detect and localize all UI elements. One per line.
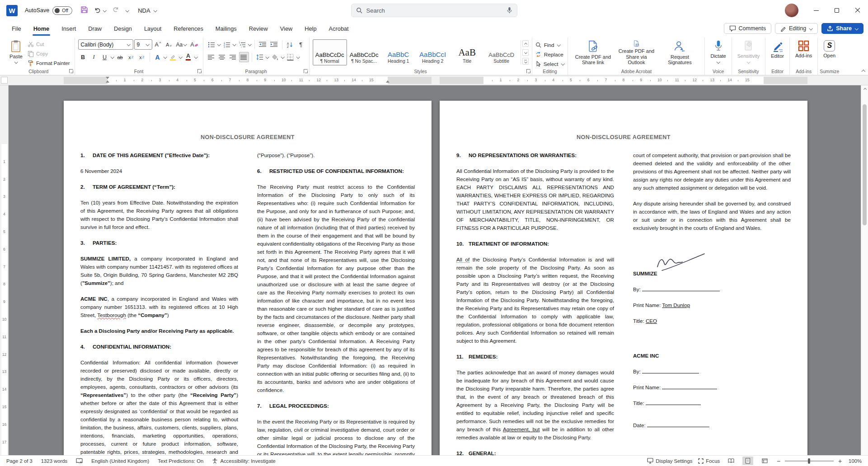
style-title[interactable]: AaBTitle xyxy=(450,39,484,65)
cut-button[interactable]: Cut xyxy=(26,40,71,49)
change-case-button[interactable]: Aa xyxy=(175,39,188,50)
document-title[interactable]: NDA xyxy=(138,7,157,14)
zoom-level[interactable]: 100% xyxy=(849,458,862,464)
document-page-2[interactable]: NON-DISCLOSURE AGREEMENT9.NO REPRESENTAT… xyxy=(440,101,807,455)
font-color-dropdown-icon[interactable] xyxy=(194,56,198,59)
copy-button[interactable]: Copy xyxy=(26,49,71,58)
tab-view[interactable]: View xyxy=(275,22,298,36)
text-effects-dropdown-icon[interactable] xyxy=(164,56,167,59)
find-button[interactable]: Find xyxy=(535,41,565,49)
right-indent-marker[interactable] xyxy=(386,80,389,83)
user-avatar[interactable] xyxy=(785,4,798,17)
underline-dropdown-icon[interactable] xyxy=(111,56,114,59)
underline-button[interactable]: U xyxy=(100,52,110,62)
first-line-indent-marker[interactable] xyxy=(106,77,109,79)
document-page-1[interactable]: NON-DISCLOSURE AGREEMENT1.DATE OF THIS A… xyxy=(64,101,432,455)
align-left-button[interactable] xyxy=(206,52,216,62)
undo-button[interactable] xyxy=(94,7,106,14)
text-effects-button[interactable]: A xyxy=(153,52,163,62)
replace-button[interactable]: Replace xyxy=(535,50,565,59)
font-name-select[interactable]: Calibri (Body) xyxy=(78,39,133,50)
focus-button[interactable]: Focus xyxy=(698,458,720,464)
zoom-slider[interactable] xyxy=(785,461,834,461)
minimize-button[interactable] xyxy=(806,0,826,21)
horizontal-ruler[interactable]: 1234567891011121314151234567891011121314… xyxy=(0,75,868,85)
autosave-control[interactable]: AutoSave Off xyxy=(25,6,72,15)
italic-button[interactable]: I xyxy=(89,52,99,62)
strikethrough-button[interactable]: ab xyxy=(115,52,125,62)
maximize-button[interactable] xyxy=(826,0,847,21)
web-layout-button[interactable] xyxy=(759,457,770,465)
select-button[interactable]: Select xyxy=(535,60,565,68)
zoom-out-button[interactable]: − xyxy=(776,457,781,465)
style--normal[interactable]: AaBbCcDc¶ Normal xyxy=(313,39,347,65)
styles-dialog-launcher[interactable] xyxy=(526,69,530,73)
bullets-button[interactable] xyxy=(206,39,216,50)
sort-button[interactable]: AZ xyxy=(285,39,295,50)
vertical-scrollbar[interactable] xyxy=(861,85,868,455)
font-dialog-launcher[interactable] xyxy=(197,69,202,73)
style-heading-2[interactable]: AaBbCcIHeading 2 xyxy=(416,39,450,65)
superscript-button[interactable]: x2 xyxy=(137,52,147,62)
shrink-font-button[interactable]: A˅ xyxy=(164,39,174,50)
clipboard-dialog-launcher[interactable] xyxy=(69,69,73,73)
highlight-button[interactable] xyxy=(168,52,178,62)
language-indicator[interactable]: English (United Kingdom) xyxy=(91,458,149,464)
decrease-indent-button[interactable] xyxy=(258,39,268,50)
accessibility-checker[interactable]: Accessibility: Investigate xyxy=(212,458,275,464)
text-predictions-indicator[interactable]: Text Predictions: On xyxy=(158,458,203,464)
search-input[interactable]: Search xyxy=(351,4,517,17)
undo-dropdown-icon[interactable] xyxy=(103,9,106,12)
shading-button[interactable] xyxy=(270,52,280,62)
vertical-ruler[interactable]: 1234567891011121314151617 xyxy=(0,85,9,455)
tab-file[interactable]: File xyxy=(6,22,27,36)
tab-references[interactable]: References xyxy=(168,22,208,36)
borders-button[interactable] xyxy=(286,52,296,62)
editing-mode-button[interactable]: Editing xyxy=(775,23,818,34)
save-button[interactable] xyxy=(80,6,88,15)
tab-acrobat[interactable]: Acrobat xyxy=(324,22,354,36)
customize-qat-icon[interactable] xyxy=(125,9,129,12)
style--no-spac-[interactable]: AaBbCcDc¶ No Spac... xyxy=(347,39,381,65)
multilevel-list-button[interactable]: 1ai xyxy=(237,39,247,50)
word-count[interactable]: 1323 words xyxy=(41,458,67,464)
line-spacing-dropdown-icon[interactable] xyxy=(266,56,269,59)
align-center-button[interactable] xyxy=(217,52,227,62)
tab-review[interactable]: Review xyxy=(244,22,273,36)
font-color-button[interactable]: A xyxy=(183,52,193,62)
tab-draw[interactable]: Draw xyxy=(83,22,107,36)
tab-mailings[interactable]: Mailings xyxy=(210,22,242,36)
page-indicator[interactable]: Page 2 of 3 xyxy=(6,458,33,464)
style-heading-1[interactable]: AaBbCHeading 1 xyxy=(381,39,416,65)
addins-button[interactable]: Add-ins xyxy=(793,39,814,60)
increase-indent-button[interactable] xyxy=(269,39,279,50)
styles-scroll-up[interactable] xyxy=(522,40,529,47)
justify-button[interactable] xyxy=(239,52,249,62)
scrollbar-thumb[interactable] xyxy=(863,104,867,225)
collapse-ribbon-icon[interactable] xyxy=(861,69,865,73)
tab-insert[interactable]: Insert xyxy=(56,22,81,36)
editor-button[interactable]: Editor xyxy=(769,39,786,61)
tab-selector[interactable] xyxy=(1,77,8,84)
dictate-button[interactable]: Dictate xyxy=(708,39,728,65)
styles-scroll-down[interactable] xyxy=(522,49,529,56)
redo-button[interactable] xyxy=(112,6,119,15)
paragraph-dialog-launcher[interactable] xyxy=(304,69,308,73)
tab-help[interactable]: Help xyxy=(299,22,322,36)
paste-dropdown-icon[interactable] xyxy=(14,60,18,64)
subscript-button[interactable]: x2 xyxy=(126,52,136,62)
sensitivity-button[interactable]: Sensitivity xyxy=(735,39,762,65)
align-right-button[interactable] xyxy=(228,52,238,62)
numbering-button[interactable]: 123 xyxy=(222,39,232,50)
autosave-toggle[interactable]: Off xyxy=(52,6,72,15)
word-logo-icon[interactable]: W xyxy=(6,5,18,16)
format-painter-button[interactable]: Format Painter xyxy=(26,59,71,68)
search-mic-icon[interactable] xyxy=(507,7,512,14)
scroll-up-icon[interactable] xyxy=(861,85,868,93)
summize-open-button[interactable]: S Open xyxy=(821,39,838,60)
grow-font-button[interactable]: A˄ xyxy=(153,39,163,50)
font-size-select[interactable]: 9 xyxy=(134,39,152,50)
comments-button[interactable]: Comments xyxy=(724,23,771,34)
read-mode-button[interactable] xyxy=(726,457,737,465)
bullets-dropdown-icon[interactable] xyxy=(217,43,221,47)
